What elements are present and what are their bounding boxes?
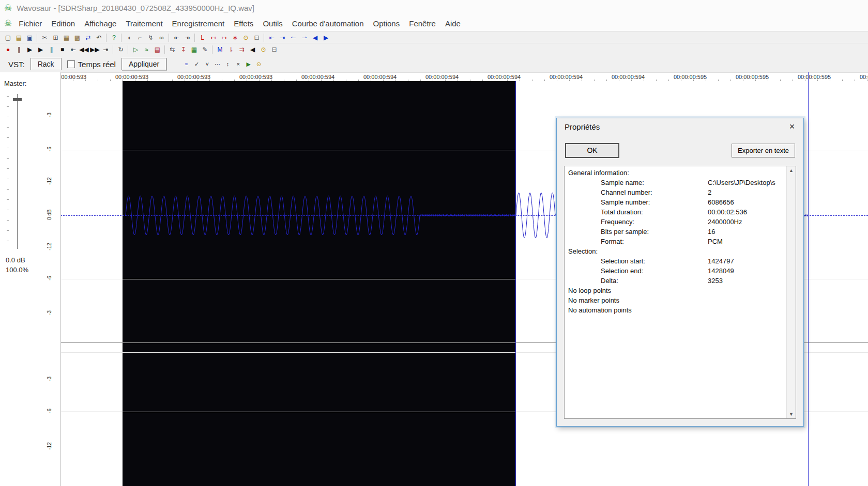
drop-marker-icon[interactable]: ⇂ xyxy=(225,45,236,54)
menu-item[interactable]: Fichier xyxy=(14,17,47,30)
fit-selection-icon[interactable]: ⇆ xyxy=(167,45,178,54)
lock-loop-icon[interactable]: ⊙ xyxy=(240,33,251,42)
auto-play-icon[interactable]: ▷ xyxy=(130,45,141,54)
vst-wave-icon[interactable]: ≈ xyxy=(182,60,191,68)
menu-item[interactable]: Enregistrement xyxy=(167,17,230,30)
copy-icon[interactable]: ⊞ xyxy=(50,33,61,42)
menu-item[interactable]: Outils xyxy=(258,17,287,30)
goto-loop-start-icon[interactable]: ↤ xyxy=(208,33,219,42)
spectrum-icon[interactable]: ≈ xyxy=(141,45,152,54)
play-selection-icon[interactable]: ▶ xyxy=(35,45,46,54)
property-row: Selection start: 1424797 xyxy=(567,257,784,267)
undo-icon[interactable]: ↶ xyxy=(94,33,104,42)
grid-view-icon[interactable]: ▦ xyxy=(189,45,200,54)
paste-icon[interactable]: ▦ xyxy=(61,33,72,42)
pause-icon[interactable]: ∥ xyxy=(13,45,24,54)
vst-rack-button[interactable]: Rack xyxy=(31,58,62,71)
master-volume-thumb[interactable] xyxy=(13,98,22,101)
vst-play-icon[interactable]: ▶ xyxy=(244,60,253,68)
property-row: Format: PCM xyxy=(567,238,784,247)
selection-region[interactable] xyxy=(123,81,515,486)
marker-m-icon[interactable]: M xyxy=(215,45,225,54)
vst-dots-icon[interactable]: ⋯ xyxy=(213,60,222,68)
play-icon[interactable]: ▶ xyxy=(24,45,35,54)
save-file-icon[interactable]: ▣ xyxy=(24,33,35,42)
export-text-button[interactable]: Exporter en texte xyxy=(732,144,795,158)
monitor-speaker-icon[interactable]: ◀ xyxy=(247,45,258,54)
sel-next-icon[interactable]: ⇀ xyxy=(299,33,310,42)
property-label: Frequency: xyxy=(601,218,634,226)
next-region-icon[interactable]: ⇉ xyxy=(236,45,247,54)
ok-button[interactable]: OK xyxy=(565,143,619,158)
pointer-mode-icon[interactable]: ⌐ xyxy=(134,33,145,42)
forward-icon[interactable]: ▶▶ xyxy=(89,45,100,54)
zero-cross-icon[interactable]: ↯ xyxy=(145,33,156,42)
dialog-title-bar[interactable]: Propriétés × xyxy=(557,118,803,135)
sel-prev-icon[interactable]: ↼ xyxy=(288,33,299,42)
menu-item[interactable]: Courbe d'automation xyxy=(287,17,369,30)
property-label: Sample name: xyxy=(601,179,644,186)
loop-start-icon[interactable]: L xyxy=(197,33,208,42)
link-channels-icon[interactable]: ∞ xyxy=(156,33,167,42)
goto-loop-end-icon[interactable]: ↦ xyxy=(219,33,230,42)
prev-marker-icon[interactable]: ◀ xyxy=(310,33,321,42)
menu-item[interactable]: Options xyxy=(369,17,405,30)
next-marker-icon[interactable]: ▶ xyxy=(321,33,331,42)
vst-resize-icon[interactable]: ↕ xyxy=(223,60,232,68)
master-volume-slider[interactable] xyxy=(17,94,18,249)
go-start-icon[interactable]: ⇤ xyxy=(68,45,79,54)
draw-mode-icon[interactable]: ✎ xyxy=(200,45,210,54)
property-value: 2 xyxy=(708,189,711,196)
vst-lock-icon[interactable]: ⊙ xyxy=(254,60,263,68)
pause-alt-icon[interactable]: ∥ xyxy=(46,45,57,54)
ruler-time-label: 00:00:00:593 xyxy=(239,74,272,80)
exchange-icon[interactable]: ⇄ xyxy=(83,33,94,42)
vst-close-icon[interactable]: × xyxy=(234,60,242,68)
menu-item[interactable]: Fenêtre xyxy=(404,17,440,30)
property-value: 2400000Hz xyxy=(708,218,742,226)
new-file-icon[interactable]: ▢ xyxy=(3,33,13,42)
ruler-time-label: 00:00:00:594 xyxy=(550,74,583,80)
speaker-setup-icon[interactable]: ◖ xyxy=(124,33,134,42)
zoom-wave-in-icon[interactable]: ↞ xyxy=(171,33,182,42)
menu-item[interactable]: Aide xyxy=(440,17,465,30)
rewind-icon[interactable]: ◀◀ xyxy=(79,45,89,54)
stop-icon[interactable]: ■ xyxy=(57,45,68,54)
selection-end-cursor[interactable] xyxy=(515,81,516,486)
db-scale-label: -6 xyxy=(47,403,52,419)
cut-icon[interactable]: ✂ xyxy=(39,33,50,42)
property-label: Bits per sample: xyxy=(601,228,649,236)
zoom-wave-out-icon[interactable]: ↠ xyxy=(182,33,193,42)
vst-check-icon[interactable]: ✓ xyxy=(192,60,201,68)
menu-item[interactable]: Traitement xyxy=(121,17,167,30)
vst-dropdown-icon[interactable]: ˅ xyxy=(203,60,211,68)
menu-item[interactable]: Affichage xyxy=(80,17,121,30)
property-row: No automation points xyxy=(567,306,784,316)
vst-apply-button[interactable]: Appliquer xyxy=(121,58,166,71)
scroll-down-icon[interactable]: ▼ xyxy=(787,412,796,417)
close-icon[interactable]: × xyxy=(785,119,799,134)
loop-points-icon[interactable]: ∗ xyxy=(230,33,240,42)
record-icon[interactable]: ● xyxy=(3,45,13,54)
lock-icon[interactable]: ⊙ xyxy=(258,45,269,54)
go-end-icon[interactable]: ⇥ xyxy=(100,45,111,54)
time-ruler[interactable]: 00:00:00:59300:00:00:59300:00:00:59300:0… xyxy=(0,72,868,82)
dialog-scrollbar[interactable]: ▲ ▼ xyxy=(786,166,796,418)
menu-item[interactable]: Effets xyxy=(229,17,258,30)
delete-icon[interactable]: ⊟ xyxy=(269,45,280,54)
paste-mix-icon[interactable]: ▩ xyxy=(72,33,83,42)
scroll-up-icon[interactable]: ▲ xyxy=(787,168,796,173)
menu-item[interactable]: Edition xyxy=(47,17,80,30)
db-scale-label: -6 xyxy=(47,142,52,157)
realtime-checkbox[interactable] xyxy=(67,60,75,68)
open-file-icon[interactable]: ▤ xyxy=(13,33,24,42)
delete-loop-icon[interactable]: ⊟ xyxy=(251,33,262,42)
cursor-drop-icon[interactable]: ↧ xyxy=(178,45,189,54)
statistics-icon[interactable]: ▤ xyxy=(152,45,163,54)
help-icon[interactable]: ? xyxy=(109,33,119,42)
sel-extend-right-icon[interactable]: ⇥ xyxy=(277,33,288,42)
loop-playback-icon[interactable]: ↻ xyxy=(115,45,126,54)
sel-extend-left-icon[interactable]: ⇤ xyxy=(266,33,277,42)
realtime-label: Temps réel xyxy=(78,60,116,69)
property-label: No loop points xyxy=(568,287,611,294)
